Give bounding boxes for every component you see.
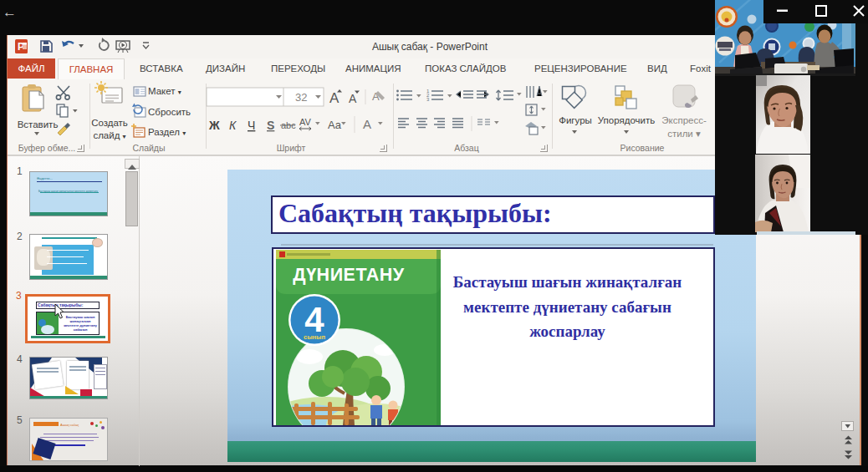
svg-text:A: A [329,90,340,106]
svg-text:AV: AV [299,117,312,127]
svg-text:Aa: Aa [328,119,342,131]
svg-text:S: S [267,119,274,132]
svg-text:32: 32 [295,91,307,104]
svg-text:A: A [349,92,357,105]
svg-text:Ч: Ч [248,119,255,132]
svg-text:A: A [363,117,371,131]
svg-text:3: 3 [426,97,430,102]
svg-text:сынып: сынып [304,333,325,341]
svg-text:ДҮНИЕТАНУ: ДҮНИЕТАНУ [293,265,404,285]
svg-text:Ж: Ж [208,119,220,132]
svg-text:К: К [229,119,237,132]
